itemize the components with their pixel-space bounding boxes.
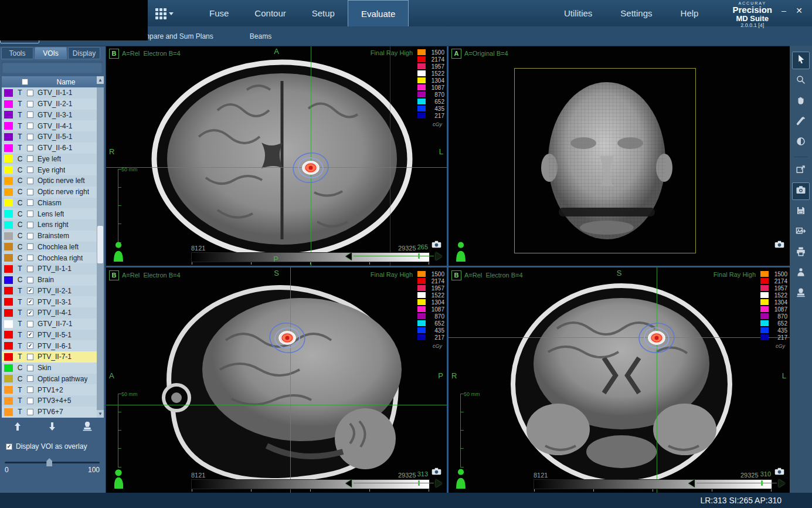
voi-row[interactable]: T PTV_II-2-1 — [2, 286, 97, 297]
voi-row[interactable]: T PTV_II-1-1 — [2, 263, 97, 275]
camera-tool-icon[interactable] — [792, 182, 810, 200]
voi-row[interactable]: C Chochlea left — [2, 242, 97, 253]
window-level-tool-icon[interactable] — [792, 134, 810, 151]
voi-visibility-checkbox[interactable] — [27, 354, 33, 360]
voi-row[interactable]: C Eye right — [2, 164, 97, 175]
voi-color-swatch[interactable] — [4, 364, 13, 372]
voi-row[interactable]: T GTV_II-3-1 — [2, 110, 97, 121]
voi-name[interactable]: PTV6+7 — [38, 408, 63, 416]
voi-name[interactable]: Brain — [38, 276, 54, 284]
app-grid-icon[interactable] — [155, 8, 175, 19]
voi-row[interactable]: T PTV_II-7-1 — [2, 351, 97, 363]
voi-name[interactable]: GTV_II-2-1 — [38, 100, 72, 108]
voi-name[interactable]: Lens left — [38, 210, 64, 218]
voi-row[interactable]: T GTV_II-2-1 — [2, 99, 97, 110]
voi-visibility-checkbox[interactable] — [27, 277, 33, 283]
voi-color-swatch[interactable] — [4, 122, 13, 130]
voi-row[interactable]: C Optical pathway — [2, 374, 97, 385]
pan-tool-icon[interactable] — [792, 93, 810, 110]
voi-visibility-checkbox[interactable] — [27, 287, 33, 294]
voi-visibility-checkbox[interactable] — [27, 90, 33, 96]
print-tool-icon[interactable] — [792, 244, 810, 262]
voi-color-swatch[interactable] — [4, 177, 13, 185]
voi-color-swatch[interactable] — [4, 320, 13, 328]
voi-color-swatch[interactable] — [4, 408, 13, 416]
voi-color-swatch[interactable] — [4, 254, 13, 262]
voi-name[interactable]: PTV_II-1-1 — [38, 265, 72, 273]
voi-visibility-checkbox[interactable] — [27, 310, 33, 316]
voi-visibility-checkbox[interactable] — [27, 123, 33, 129]
slice-slider[interactable] — [345, 479, 442, 488]
voi-row[interactable]: C Brainstem — [2, 231, 97, 242]
voi-color-swatch[interactable] — [4, 133, 13, 141]
voi-name[interactable]: Eye left — [38, 155, 61, 163]
scroll-up-icon[interactable]: ▲ — [97, 76, 104, 84]
voi-row[interactable]: C Lens left — [2, 208, 97, 219]
crosshair-horizontal[interactable] — [106, 405, 447, 405]
voi-color-swatch[interactable] — [4, 210, 13, 218]
voi-color-swatch[interactable] — [4, 298, 13, 306]
voi-color-swatch[interactable] — [4, 276, 13, 284]
slice-next-icon[interactable] — [436, 252, 442, 260]
voi-name[interactable]: PTV_II-5-1 — [38, 331, 72, 339]
menu-settings[interactable]: Settings — [606, 0, 666, 26]
voi-name[interactable]: Optic nerve right — [38, 188, 89, 196]
overlay-opacity-slider[interactable] — [5, 458, 100, 466]
voi-row[interactable]: T PTV3+4+5 — [2, 395, 97, 407]
voi-row[interactable]: T PTV_II-3-1 — [2, 296, 97, 307]
move-up-icon[interactable] — [12, 421, 23, 432]
voi-row[interactable]: C Chiasm — [2, 198, 97, 209]
voi-visibility-checkbox[interactable] — [27, 167, 33, 173]
voi-color-swatch[interactable] — [4, 342, 13, 350]
voi-visibility-checkbox[interactable] — [27, 409, 33, 415]
voi-color-swatch[interactable] — [4, 287, 13, 294]
slice-prev-icon[interactable] — [688, 479, 695, 487]
voi-row[interactable]: C Eye left — [2, 154, 97, 165]
viewport-axial[interactable]: B A=Rel Electron B=4 A R L P Final Ray H… — [106, 46, 447, 266]
voi-color-swatch[interactable] — [4, 309, 13, 317]
voi-visibility-checkbox[interactable] — [27, 398, 33, 404]
stamp-tool-icon[interactable] — [792, 285, 810, 303]
camera-icon[interactable] — [774, 240, 784, 250]
voi-row[interactable]: T GTV_II-4-1 — [2, 120, 97, 131]
voi-visibility-checkbox[interactable] — [27, 331, 33, 338]
voi-visibility-checkbox[interactable] — [27, 178, 33, 184]
voi-visibility-checkbox[interactable] — [27, 266, 33, 272]
menu-fuse[interactable]: Fuse — [196, 0, 242, 26]
voi-visibility-checkbox[interactable] — [27, 101, 33, 107]
select-all-checkbox[interactable] — [22, 79, 28, 85]
crosshair-horizontal[interactable] — [106, 167, 447, 168]
voi-visibility-checkbox[interactable] — [27, 233, 33, 239]
voi-visibility-checkbox[interactable] — [27, 375, 33, 382]
voi-name[interactable]: Lens right — [38, 221, 69, 229]
voi-row[interactable]: C Optic nerve right — [2, 187, 97, 198]
voi-visibility-checkbox[interactable] — [27, 343, 33, 349]
slice-next-icon[interactable] — [779, 479, 785, 487]
voi-row[interactable]: T PTV1+2 — [2, 384, 97, 395]
camera-icon[interactable] — [432, 240, 441, 250]
move-down-icon[interactable] — [47, 421, 57, 432]
scrollbar-thumb[interactable] — [97, 226, 103, 263]
crosshair-vertical[interactable] — [657, 267, 657, 493]
stamp-icon[interactable] — [81, 421, 93, 432]
voi-color-swatch[interactable] — [4, 111, 13, 118]
voi-row[interactable]: C Skin — [2, 363, 97, 374]
voi-name[interactable]: Chochlea right — [38, 254, 83, 262]
voi-color-swatch[interactable] — [4, 265, 13, 273]
voi-row[interactable]: C Chochlea right — [2, 252, 97, 263]
scroll-down-icon[interactable]: ▼ — [97, 410, 104, 418]
voi-row[interactable]: T PTV_II-6-1 — [2, 340, 97, 351]
voi-row[interactable]: T PTV_II-4-1 — [2, 307, 97, 319]
voi-name[interactable]: PTV_II-4-1 — [38, 309, 72, 317]
voi-color-swatch[interactable] — [4, 100, 13, 108]
voi-color-swatch[interactable] — [4, 353, 13, 361]
voi-color-swatch[interactable] — [4, 386, 13, 394]
export-image-tool-icon[interactable] — [792, 223, 810, 241]
menu-utilities[interactable]: Utilities — [550, 0, 606, 26]
minimize-button[interactable]: – — [778, 6, 790, 15]
pointer-tool-icon[interactable] — [792, 52, 810, 69]
voi-color-swatch[interactable] — [4, 243, 13, 250]
menu-contour[interactable]: Contour — [242, 0, 298, 26]
voi-visibility-checkbox[interactable] — [27, 189, 33, 195]
slice-slider[interactable] — [688, 479, 785, 488]
